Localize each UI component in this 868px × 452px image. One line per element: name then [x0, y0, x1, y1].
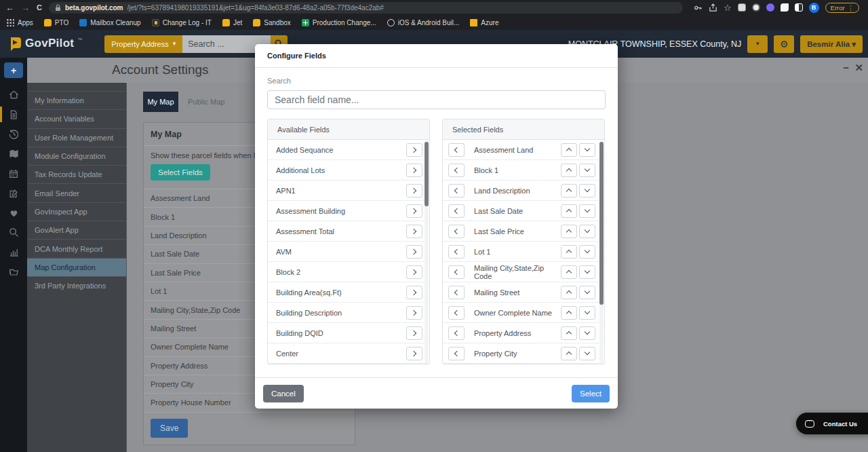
municipality-dropdown[interactable]: ▾: [747, 35, 768, 53]
bookmark-item[interactable]: Sandbox: [253, 19, 290, 26]
sidebar-edit-icon[interactable]: [0, 183, 27, 203]
move-down-button[interactable]: [579, 306, 595, 320]
move-up-button[interactable]: [561, 164, 577, 177]
save-button[interactable]: Save: [151, 419, 188, 438]
move-right-button[interactable]: [406, 143, 422, 157]
split-screen-icon[interactable]: [795, 3, 803, 12]
move-down-button[interactable]: [579, 204, 595, 218]
move-down-button[interactable]: [579, 286, 595, 299]
sidebar-reports-icon[interactable]: [0, 242, 27, 262]
bookmark-item[interactable]: Apps: [7, 19, 33, 26]
available-scrollbar[interactable]: [425, 140, 429, 363]
field-search-input[interactable]: [267, 90, 606, 109]
move-right-button[interactable]: [406, 326, 422, 340]
select-button[interactable]: Select: [572, 385, 610, 402]
forward-icon[interactable]: →: [21, 3, 30, 12]
sidebar-calendar-icon[interactable]: [0, 164, 27, 183]
tab-my-map[interactable]: My Map: [143, 92, 178, 112]
move-up-button[interactable]: [561, 143, 577, 157]
settings-nav-item[interactable]: 3rd Party Integrations: [27, 276, 126, 295]
extension-chart-icon[interactable]: [738, 3, 746, 12]
move-left-button[interactable]: [448, 326, 465, 340]
tab-public-map[interactable]: Public Map: [178, 92, 234, 112]
move-left-button[interactable]: [448, 245, 465, 259]
minimize-icon[interactable]: −: [843, 62, 849, 73]
move-up-button[interactable]: [561, 347, 577, 360]
settings-nav-item[interactable]: Account Variables: [27, 109, 126, 128]
move-right-button[interactable]: [406, 204, 422, 218]
sidebar-map-icon[interactable]: [0, 144, 27, 164]
sidebar-home-icon[interactable]: [0, 85, 27, 105]
move-right-button[interactable]: [406, 164, 422, 177]
user-menu-button[interactable]: Besmir Alia ▾: [800, 35, 863, 53]
bookmark-item[interactable]: Production Change...: [302, 19, 376, 26]
extensions-puzzle-icon[interactable]: [781, 3, 789, 12]
move-left-button[interactable]: [448, 184, 465, 197]
move-left-button[interactable]: [448, 347, 465, 360]
sidebar-heart-icon[interactable]: [0, 203, 27, 223]
move-down-button[interactable]: [579, 143, 595, 157]
selected-scrollbar[interactable]: [599, 140, 604, 363]
move-right-button[interactable]: [406, 306, 422, 320]
move-up-button[interactable]: [561, 184, 577, 197]
bookmark-item[interactable]: PTO: [44, 19, 68, 26]
address-bar[interactable]: beta.govpilot.com /jet/?ts=6378941980193…: [49, 2, 683, 14]
settings-nav-item[interactable]: GovAlert App: [27, 221, 126, 239]
move-down-button[interactable]: [579, 164, 595, 177]
share-icon[interactable]: [709, 3, 717, 12]
contact-us-button[interactable]: Contact Us: [796, 413, 868, 434]
settings-nav-item[interactable]: DCA Monthly Report: [27, 239, 126, 257]
select-fields-button[interactable]: Select Fields: [151, 164, 210, 181]
move-up-button[interactable]: [561, 225, 577, 238]
sidebar-documents-icon[interactable]: [0, 105, 27, 124]
govpilot-logo[interactable]: GovPilot ™: [9, 37, 82, 52]
browser-error-badge[interactable]: Error⋮: [825, 3, 860, 13]
move-left-button[interactable]: [448, 204, 465, 218]
sidebar-history-icon[interactable]: [0, 124, 27, 144]
scrollbar-thumb[interactable]: [425, 142, 429, 206]
settings-nav-item[interactable]: Module Configuration: [27, 147, 126, 165]
settings-nav-item[interactable]: User Role Management: [27, 128, 126, 147]
move-left-button[interactable]: [448, 143, 465, 157]
move-up-button[interactable]: [561, 245, 577, 259]
move-up-button[interactable]: [561, 204, 577, 218]
settings-nav-item[interactable]: GovInspect App: [27, 202, 126, 221]
move-left-button[interactable]: [448, 306, 465, 320]
move-right-button[interactable]: [406, 225, 422, 238]
move-left-button[interactable]: [448, 286, 465, 299]
move-down-button[interactable]: [579, 326, 595, 340]
reload-icon[interactable]: C: [37, 4, 42, 12]
bookmark-star-icon[interactable]: ☆: [724, 3, 732, 12]
settings-nav-item[interactable]: My Information: [27, 91, 126, 109]
bookmark-item[interactable]: iOS & Android Buil...: [387, 19, 460, 26]
back-icon[interactable]: ←: [5, 3, 14, 12]
move-up-button[interactable]: [561, 286, 577, 299]
move-right-button[interactable]: [406, 347, 422, 360]
move-left-button[interactable]: [448, 164, 465, 177]
bookmark-item[interactable]: Azure: [470, 19, 498, 26]
move-up-button[interactable]: [561, 306, 577, 320]
move-down-button[interactable]: [579, 265, 595, 279]
close-icon[interactable]: ✕: [854, 62, 863, 74]
move-down-button[interactable]: [579, 184, 595, 197]
settings-nav-item[interactable]: Tax Records Update: [27, 165, 126, 183]
sidebar-inspect-icon[interactable]: [0, 223, 27, 242]
search-category-dropdown[interactable]: Property Address▾: [104, 35, 182, 53]
settings-nav-item[interactable]: Map Configuration: [27, 258, 126, 276]
profile-avatar[interactable]: B: [809, 3, 819, 13]
add-button[interactable]: +: [4, 62, 23, 78]
settings-gear-button[interactable]: ⚙: [774, 35, 794, 53]
bookmark-item[interactable]: Jet: [222, 19, 242, 26]
move-right-button[interactable]: [406, 286, 422, 299]
move-right-button[interactable]: [406, 265, 422, 279]
extension-clock-icon[interactable]: [752, 3, 760, 12]
sidebar-folder-icon[interactable]: [0, 262, 27, 282]
move-down-button[interactable]: [579, 347, 595, 360]
key-icon[interactable]: [694, 3, 703, 12]
move-up-button[interactable]: [561, 265, 577, 279]
move-left-button[interactable]: [448, 265, 465, 279]
move-down-button[interactable]: [579, 245, 595, 259]
bookmark-item[interactable]: Mailbox Cleanup: [79, 19, 141, 26]
cancel-button[interactable]: Cancel: [263, 385, 304, 402]
move-up-button[interactable]: [561, 326, 577, 340]
